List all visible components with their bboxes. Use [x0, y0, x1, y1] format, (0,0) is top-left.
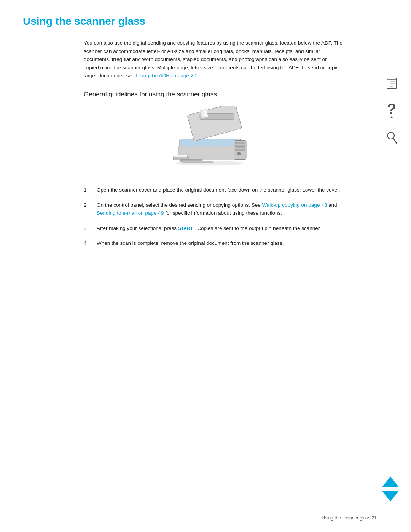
step-2-before: On the control panel, select the desired…	[97, 202, 261, 208]
scanner-image-container	[84, 106, 342, 174]
step-1: 1 Open the scanner cover and place the o…	[84, 186, 342, 194]
svg-point-30	[391, 117, 393, 118]
arrow-up-button[interactable]	[382, 476, 399, 487]
intro-period: .	[196, 73, 198, 78]
svg-rect-2	[174, 155, 187, 157]
main-content: You can also use the digital-sending and…	[84, 39, 342, 248]
svg-rect-4	[187, 106, 242, 141]
svg-point-13	[237, 152, 241, 155]
intro-paragraph: You can also use the digital-sending and…	[84, 39, 342, 80]
question-icon[interactable]: ?	[384, 102, 399, 119]
step-2-text: On the control panel, select the desired…	[97, 201, 342, 217]
step-4-text: When the scan is complete, remove the or…	[97, 239, 342, 248]
step-3-number: 3	[84, 224, 91, 233]
step-1-text: Open the scanner cover and place the ori…	[97, 186, 342, 194]
svg-line-32	[393, 138, 397, 144]
step-2-after: for specific information about using the…	[165, 210, 282, 216]
adf-link[interactable]: Using the ADF on page 20	[136, 73, 196, 78]
search-icon[interactable]	[386, 130, 398, 145]
step-1-number: 1	[84, 186, 91, 194]
svg-rect-3	[180, 139, 241, 146]
step-3-text: After making your selections, press STAR…	[97, 224, 342, 233]
svg-rect-10	[235, 142, 245, 144]
intro-text-before: You can also use the digital-sending and…	[84, 40, 342, 78]
svg-text:?: ?	[387, 102, 396, 117]
svg-rect-11	[235, 145, 245, 147]
step-4: 4 When the scan is complete, remove the …	[84, 239, 342, 248]
step-3-before: After making your selections, press	[97, 225, 177, 231]
page-container: Using the scanner glass You can also use…	[0, 0, 411, 532]
step-2-middle: and	[328, 202, 337, 208]
step-3-after: . Copies are sent to the output bin bene…	[194, 225, 321, 231]
arrow-down-button[interactable]	[382, 491, 399, 502]
steps-list: 1 Open the scanner cover and place the o…	[84, 186, 342, 248]
walkup-copying-link[interactable]: Walk-up copying on page 43	[262, 202, 327, 208]
scanner-illustration	[171, 106, 255, 174]
page-title: Using the scanner glass	[23, 15, 388, 27]
bottom-navigation	[382, 476, 399, 502]
sending-email-link[interactable]: Sending to e-mail on page 49	[97, 210, 164, 216]
page-footer: Using the scanner glass 21	[322, 515, 377, 521]
book-icon[interactable]	[384, 76, 399, 91]
sidebar-icons: ?	[384, 76, 399, 145]
step-3: 3 After making your selections, press ST…	[84, 224, 342, 233]
step-2: 2 On the control panel, select the desir…	[84, 201, 342, 217]
section-heading: General guidelines for using the scanner…	[84, 91, 342, 98]
start-keyword: START	[178, 226, 193, 231]
svg-rect-12	[235, 149, 245, 151]
step-4-number: 4	[84, 239, 91, 248]
step-2-number: 2	[84, 201, 91, 217]
